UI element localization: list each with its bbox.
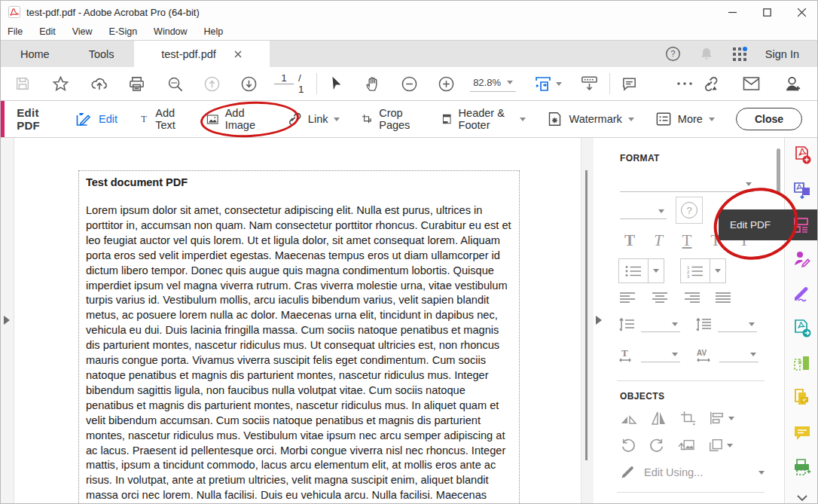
combine-files-tool-icon[interactable]	[785, 346, 818, 380]
edit-button[interactable]: Edit	[74, 110, 118, 128]
main-toolbar: / 1 82.8%	[1, 67, 818, 101]
collapse-right-panel-icon[interactable]	[596, 316, 602, 325]
scrolling-mode-icon[interactable]	[577, 72, 602, 96]
expand-left-pane-icon[interactable]	[4, 316, 10, 325]
italic-button[interactable]: T	[644, 231, 673, 250]
favorites-star-icon[interactable]	[49, 72, 72, 96]
share-link-icon[interactable]	[697, 72, 722, 96]
numbered-list-icon[interactable]: 123	[681, 259, 710, 283]
svg-text:?: ?	[670, 49, 675, 58]
document-heading: Test document PDF	[86, 176, 512, 188]
chevron-down-icon	[728, 417, 734, 420]
svg-text:T: T	[141, 114, 147, 124]
menu-esign[interactable]: E-Sign	[109, 26, 138, 37]
zoom-in-icon[interactable]	[435, 72, 458, 96]
paragraph-spacing-dropdown[interactable]	[718, 317, 757, 332]
sign-in-button[interactable]: Sign In	[765, 48, 799, 60]
align-right-button[interactable]	[683, 292, 700, 304]
email-icon[interactable]	[739, 72, 764, 95]
pdf-text-block[interactable]: Test document PDF Lorem ipsum dolor sit …	[78, 170, 520, 504]
font-size-dropdown[interactable]	[620, 204, 667, 219]
tab-home[interactable]: Home	[1, 41, 69, 67]
pdf-page: Test document PDF Lorem ipsum dolor sit …	[14, 138, 581, 504]
chevron-down-icon	[672, 322, 678, 326]
app-grid-icon[interactable]	[732, 47, 747, 62]
scan-and-ocr-tool-icon[interactable]	[785, 450, 818, 484]
header-footer-dropdown[interactable]: Header & Footer	[441, 107, 526, 131]
save-icon[interactable]	[11, 72, 34, 95]
align-center-button[interactable]	[652, 292, 668, 304]
notifications-bell-icon[interactable]	[699, 46, 714, 62]
request-esignatures-tool-icon[interactable]	[785, 242, 818, 276]
hand-tool-icon[interactable]	[361, 72, 384, 96]
panel-scrollbar-thumb[interactable]	[777, 148, 780, 194]
maximize-button[interactable]	[749, 1, 784, 23]
document-scrollbar-thumb[interactable]	[585, 170, 588, 460]
align-objects-dropdown[interactable]	[709, 411, 734, 426]
print-icon[interactable]	[125, 72, 148, 96]
menu-view[interactable]: View	[72, 26, 93, 37]
more-tools-chevron-icon[interactable]	[785, 481, 818, 504]
close-edit-pdf-button[interactable]: Close	[736, 108, 802, 130]
align-left-button[interactable]	[620, 292, 636, 304]
crop-object-button[interactable]	[680, 411, 697, 426]
tab-tools[interactable]: Tools	[69, 41, 134, 67]
document-scrollbar[interactable]	[581, 138, 594, 504]
close-window-button[interactable]	[784, 1, 818, 23]
rotate-clockwise-button[interactable]	[649, 438, 665, 453]
format-help-button[interactable]: ?	[676, 197, 703, 224]
menu-file[interactable]: File	[8, 26, 23, 37]
more-dropdown[interactable]: More	[655, 111, 715, 127]
font-family-dropdown[interactable]	[620, 177, 754, 192]
tab-close-icon[interactable]	[234, 50, 242, 58]
window-title: test-pdf.pdf - Adobe Acrobat Pro (64-bit…	[26, 7, 200, 18]
minimize-button[interactable]	[715, 1, 749, 23]
share-cloud-icon[interactable]	[87, 72, 111, 96]
chevron-down-icon[interactable]	[648, 259, 664, 283]
search-icon[interactable]	[163, 72, 187, 96]
tab-document[interactable]: test-pdf.pdf	[134, 41, 270, 67]
page-number-input[interactable]	[274, 72, 294, 84]
next-page-icon[interactable]	[237, 72, 261, 96]
bulleted-list-split-button[interactable]	[618, 258, 664, 283]
fit-width-dropdown[interactable]	[531, 72, 565, 96]
zoom-level-dropdown[interactable]: 82.8%	[470, 75, 516, 92]
comment-icon[interactable]	[618, 72, 641, 96]
select-tool-icon[interactable]	[325, 72, 347, 95]
profile-avatar-icon[interactable]	[780, 72, 805, 96]
edit-pdf-title: Edit PDF	[17, 106, 53, 132]
character-spacing-dropdown[interactable]	[719, 347, 758, 362]
line-spacing-dropdown[interactable]	[641, 317, 680, 332]
menu-edit[interactable]: Edit	[39, 26, 56, 37]
more-tools-ellipsis-icon[interactable]	[673, 78, 697, 90]
fill-and-sign-tool-icon[interactable]	[785, 276, 818, 311]
flip-vertical-button[interactable]	[620, 411, 638, 426]
numbered-list-split-button[interactable]: 123	[680, 258, 726, 283]
watermark-dropdown[interactable]: Watermark	[547, 111, 633, 127]
help-icon[interactable]: ?	[665, 46, 681, 62]
send-for-comments-tool-icon[interactable]	[785, 311, 818, 346]
chevron-down-icon[interactable]	[710, 259, 725, 283]
flip-horizontal-button[interactable]	[650, 411, 668, 426]
tab-bar: Home Tools test-pdf.pdf ? Sign In	[1, 40, 818, 67]
edit-using-dropdown[interactable]: Edit Using...	[644, 466, 703, 478]
menu-window[interactable]: Window	[154, 26, 187, 37]
comment-tool-icon[interactable]	[785, 415, 818, 450]
add-text-button[interactable]: T Add Text	[139, 107, 185, 131]
crop-pages-button[interactable]: Crop Pages	[361, 107, 420, 131]
organize-pages-tool-icon[interactable]	[785, 380, 818, 415]
menu-help[interactable]: Help	[204, 26, 224, 37]
bold-button[interactable]: T	[615, 231, 644, 250]
zoom-out-icon[interactable]	[398, 72, 421, 96]
previous-page-icon[interactable]	[200, 72, 224, 96]
pencil-icon	[620, 465, 635, 480]
bulleted-list-icon[interactable]	[619, 259, 648, 283]
acrobat-app-icon	[8, 6, 20, 18]
align-justify-button[interactable]	[715, 292, 731, 304]
replace-image-button[interactable]	[677, 438, 695, 453]
underline-button[interactable]: T	[673, 231, 701, 250]
create-pdf-tool-icon[interactable]	[785, 138, 818, 173]
rotate-counterclockwise-button[interactable]	[620, 438, 636, 453]
horizontal-scale-dropdown[interactable]	[641, 347, 680, 362]
arrange-objects-dropdown[interactable]	[707, 438, 733, 453]
